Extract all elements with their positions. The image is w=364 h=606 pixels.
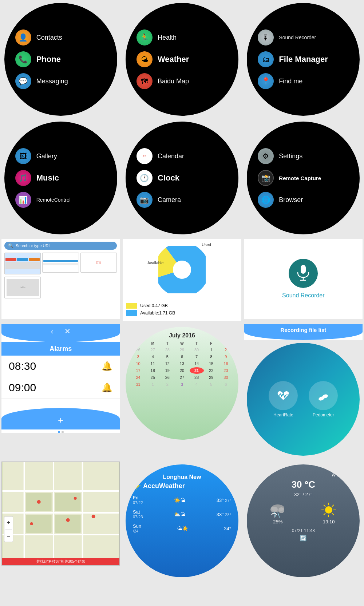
- heart-rate-btn[interactable]: HeartRate: [269, 381, 298, 417]
- cal-day-6[interactable]: 6: [175, 353, 189, 360]
- cal-day-2[interactable]: 2: [219, 346, 233, 353]
- cal-day-16[interactable]: 16: [219, 360, 233, 367]
- mic-icon[interactable]: [289, 259, 318, 288]
- remotecontrol-item[interactable]: 📊 RemoteControl: [15, 192, 110, 208]
- cal-day-13[interactable]: 13: [175, 360, 189, 367]
- calendar-menu-item[interactable]: 15 Calendar: [136, 148, 231, 164]
- svg-line-44: [324, 513, 325, 515]
- cal-day-23[interactable]: 23: [219, 367, 233, 374]
- cal-day-9[interactable]: 9: [219, 353, 233, 360]
- cal-day-12[interactable]: 12: [160, 360, 174, 367]
- clock-icon: 🕐: [136, 170, 153, 186]
- cal-day-21-today[interactable]: 21: [190, 367, 204, 374]
- gallery-item[interactable]: 🖼 Gallery: [15, 148, 110, 164]
- camera-icon: 📷: [136, 192, 153, 208]
- cal-day-29a[interactable]: 29: [175, 346, 189, 353]
- baidumap-item[interactable]: 🗺 Baidu Map: [136, 73, 231, 89]
- cal-day-1b[interactable]: 1: [146, 381, 160, 388]
- cal-day-29b[interactable]: 29: [204, 374, 218, 381]
- add-alarm-button[interactable]: +: [1, 408, 120, 429]
- weather-item[interactable]: 🌤 Weather: [136, 51, 231, 67]
- settings-icon: ⚙: [258, 148, 274, 164]
- refresh-icon[interactable]: 🔄: [300, 535, 307, 542]
- cal-day-11[interactable]: 11: [146, 360, 160, 367]
- sun-icon: [133, 482, 141, 490]
- cal-day-28a[interactable]: 28: [160, 346, 174, 353]
- cal-header-s1: S: [131, 341, 145, 346]
- cal-day-20[interactable]: 20: [175, 367, 189, 374]
- soundrec-item[interactable]: 🎙 Sound Recorder: [258, 29, 352, 45]
- used-label: Used:0.47 GB: [140, 303, 167, 308]
- clock-label: Clock: [158, 173, 179, 183]
- svg-line-43: [332, 505, 334, 507]
- cal-day-19[interactable]: 19: [160, 367, 174, 374]
- cal-day-14[interactable]: 14: [190, 360, 204, 367]
- contacts-item[interactable]: 👤 Contacts: [15, 29, 110, 45]
- cal-day-22[interactable]: 22: [204, 367, 218, 374]
- cal-day-8[interactable]: 8: [204, 353, 218, 360]
- cal-day-6b[interactable]: 6: [219, 381, 233, 388]
- available-label: Available:1.71 GB: [140, 310, 175, 316]
- camera-item[interactable]: 📷 Camera: [136, 192, 231, 208]
- alarm-time-1[interactable]: 08:30 🔔: [1, 356, 120, 377]
- cal-day-4b[interactable]: 4: [190, 381, 204, 388]
- pedometer-icon: [309, 381, 338, 410]
- watch-circle-capture: ⚙ Settings 📸 Remote Capture 🌐 Browser: [243, 119, 364, 237]
- svg-point-18: [37, 500, 41, 504]
- cal-day-30a[interactable]: 30: [190, 346, 204, 353]
- alarm-bell-2-icon: 🔔: [102, 383, 112, 393]
- cal-day-17[interactable]: 17: [131, 367, 145, 374]
- cal-day-3b[interactable]: 3: [175, 381, 189, 388]
- messaging-item[interactable]: 💬 Messaging: [15, 73, 110, 89]
- cal-day-5b[interactable]: 5: [204, 381, 218, 388]
- findme-item[interactable]: 📍 Find me: [258, 73, 352, 89]
- weather-icon: 🌤: [136, 51, 153, 67]
- thumb-2[interactable]: [42, 253, 79, 273]
- music-item[interactable]: 🎵 Music: [15, 170, 110, 186]
- accu-sun-row: Sun /24 🌤☀️ 34°: [133, 523, 231, 533]
- map-result-bar: 共找到"科技园"相关305个结果: [2, 558, 119, 565]
- browser-bar[interactable]: 🔍 Search or type URL: [4, 242, 117, 250]
- cal-day-2b[interactable]: 2: [160, 381, 174, 388]
- browser-menu-item[interactable]: 🌐 Browser: [258, 192, 352, 208]
- settings-label: Settings: [279, 153, 302, 160]
- cal-day-15[interactable]: 15: [204, 360, 218, 367]
- clock-item[interactable]: 🕐 Clock: [136, 170, 231, 186]
- cal-day-3[interactable]: 3: [131, 353, 145, 360]
- cal-day-31[interactable]: 31: [131, 381, 145, 388]
- cal-day-27a[interactable]: 27: [146, 346, 160, 353]
- cal-day-18[interactable]: 18: [146, 367, 160, 374]
- alarm-time-2[interactable]: 09:00 🔔: [1, 377, 120, 399]
- cal-day-26a[interactable]: 26: [131, 346, 145, 353]
- cal-day-10[interactable]: 10: [131, 360, 145, 367]
- cal-day-4[interactable]: 4: [146, 353, 160, 360]
- health-item[interactable]: 🏃 Health: [136, 29, 231, 45]
- soundrec-icon: 🎙: [258, 29, 274, 45]
- cal-day-7[interactable]: 7: [190, 353, 204, 360]
- baidumap-icon: 🗺: [136, 73, 153, 89]
- accu-fri-date: 07/22: [133, 500, 143, 505]
- close-icon[interactable]: ✕: [64, 327, 71, 336]
- back-arrow-icon[interactable]: ‹: [51, 327, 54, 336]
- cal-day-25[interactable]: 25: [146, 374, 160, 381]
- cal-day-30b[interactable]: 30: [219, 374, 233, 381]
- accu-sat-date: 07/23: [133, 515, 143, 519]
- thumb-1[interactable]: [4, 253, 41, 274]
- cal-day-1[interactable]: 1: [204, 346, 218, 353]
- cal-day-28b[interactable]: 28: [190, 374, 204, 381]
- weather-label: Weather: [158, 55, 189, 64]
- thumb-3[interactable]: 百度: [80, 253, 117, 273]
- health-icon: 🏃: [136, 29, 153, 45]
- phone-item[interactable]: 📞 Phone: [15, 51, 110, 67]
- cal-day-24[interactable]: 24: [131, 374, 145, 381]
- cal-day-5[interactable]: 5: [160, 353, 174, 360]
- heart-rate-label: HeartRate: [273, 412, 293, 417]
- cal-day-26b[interactable]: 26: [160, 374, 174, 381]
- settings-item[interactable]: ⚙ Settings: [258, 148, 352, 164]
- pedometer-btn[interactable]: Pedometer: [309, 381, 338, 417]
- thumb-4[interactable]: table: [4, 277, 41, 298]
- row-4: ‹ ✕ Alarms 08:30 🔔 09:00 🔔 +: [0, 322, 364, 460]
- remotecapture-item[interactable]: 📸 Remote Capture: [258, 170, 352, 186]
- cal-day-27b[interactable]: 27: [175, 374, 189, 381]
- filemanager-item[interactable]: 🗂 File Manager: [258, 51, 352, 67]
